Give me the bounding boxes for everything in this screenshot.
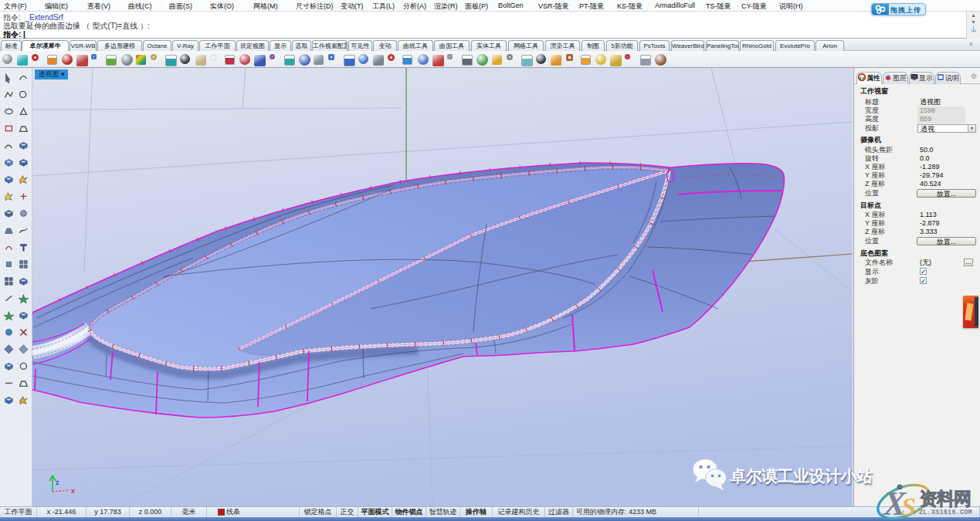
svg-text:资料网: 资料网 [920,489,971,509]
svg-text:x: x [71,487,75,495]
svg-text:z: z [56,479,59,486]
svg-text:ZL.XS1616.COM: ZL.XS1616.COM [919,509,972,516]
svg-text:S: S [901,492,916,521]
